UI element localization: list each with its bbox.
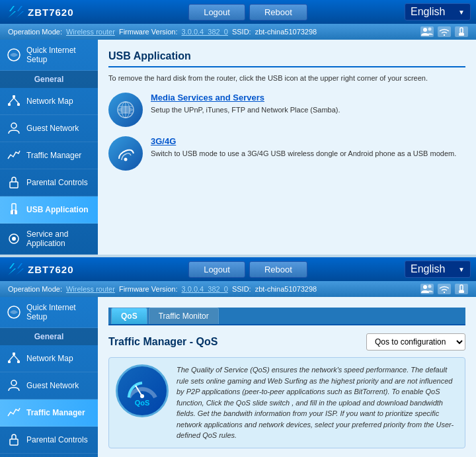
chevron-down-icon-bottom: ▼ [458, 266, 465, 273]
sidebar-item-network-map-bottom[interactable]: Network Map [0, 345, 98, 372]
qos-header-row: Traffic Manager - QoS Qos to configurati… [108, 333, 465, 351]
wifi-icon-bottom [438, 284, 451, 294]
3g4g-icon [108, 136, 143, 171]
qos-content: QoS Traffic Monitor Traffic Manager - Qo… [98, 297, 476, 457]
reboot-button-bottom[interactable]: Reboot [249, 261, 307, 278]
language-selector-top[interactable]: English ▼ [405, 3, 471, 21]
svg-text:QoS: QoS [135, 399, 150, 407]
firmware-value-top[interactable]: 3.0.0.4_382_0 [182, 28, 228, 36]
qos-config-select[interactable]: Qos to configuration [366, 333, 465, 351]
device-name-top: ZBT7620 [28, 7, 74, 18]
sidebar-item-parental-controls-bottom[interactable]: Parental Controls [0, 427, 98, 454]
qos-info-box: QoS The Quality of Service (QoS) ensures… [108, 357, 465, 448]
usb-app-icon [7, 202, 21, 217]
sidebar-section-general-top: General [0, 71, 98, 88]
fw-value-bottom[interactable]: 3.0.0.4_382_0 [182, 285, 228, 293]
sidebar-item-traffic-manager-bottom[interactable]: Traffic Manager [0, 399, 98, 427]
users-icon-bottom [420, 284, 434, 294]
status-icons-bottom [420, 284, 468, 294]
sidebar-item-network-map-top[interactable]: Network Map [0, 88, 98, 115]
sidebar-item-usb-app-top[interactable]: USB Application [0, 196, 98, 224]
sidebar-item-traffic-manager-top[interactable]: Traffic Manager [0, 142, 98, 169]
guest-network-icon [7, 121, 21, 136]
language-value-bottom: English [411, 263, 445, 275]
usb-icon-bottom [455, 284, 468, 294]
tab-qos[interactable]: QoS [111, 308, 147, 324]
parental-controls-icon [7, 175, 21, 190]
3g4g-text: 3G/4G Switch to USB mode to use a 3G/4G … [151, 136, 456, 159]
sidebar-item-quick-internet-bottom[interactable]: Quick Internet Setup [0, 297, 98, 328]
header-buttons-bottom: Logout Reboot [91, 261, 405, 278]
ssid-value-top: zbt-china51073298 [255, 28, 317, 36]
svg-rect-8 [8, 103, 11, 106]
sidebar-item-service-app-top[interactable]: Service and Application [0, 224, 98, 255]
svg-rect-9 [17, 103, 20, 106]
traffic-manager-icon [7, 148, 21, 163]
3g4g-link[interactable]: 3G/4G [151, 136, 456, 146]
svg-rect-28 [459, 290, 464, 293]
network-map-icon [7, 94, 21, 108]
qos-info-text: The Quality of Service (QoS) ensures the… [177, 364, 458, 441]
service-app-icon [7, 231, 21, 246]
bottom-panel: ZBT7620 Logout Reboot English ▼ Operatio… [0, 257, 476, 457]
network-map-icon-b [7, 351, 21, 366]
media-services-text: Media Services and Servers Setup the UPn… [151, 93, 340, 115]
svg-marker-0 [8, 6, 16, 18]
op-mode-label-bottom: Operation Mode: [8, 285, 62, 293]
fw-label-bottom: Firmware Version: [119, 285, 178, 293]
zbt-logo-icon-bottom [5, 262, 24, 276]
header-buttons: Logout Reboot [91, 4, 405, 21]
sidebar-item-quick-internet-top[interactable]: Quick Internet Setup [0, 40, 98, 71]
qos-main: Traffic Manager - QoS Qos to configurati… [108, 325, 465, 457]
usb-app-desc: To remove the hard disk from the router,… [108, 74, 465, 82]
svg-rect-5 [459, 33, 464, 36]
svg-line-34 [14, 355, 19, 360]
logout-button-top[interactable]: Logout [188, 4, 245, 21]
reboot-button-top[interactable]: Reboot [249, 4, 307, 21]
ssid-value-bottom: zbt-china51073298 [255, 285, 317, 293]
ssid-label-top: SSID: [232, 28, 251, 36]
svg-rect-13 [10, 182, 18, 188]
logout-button-bottom[interactable]: Logout [188, 261, 245, 278]
svg-point-42 [140, 394, 144, 398]
operation-mode-value-top[interactable]: Wireless router [66, 28, 115, 36]
svg-rect-36 [10, 439, 18, 445]
svg-line-10 [9, 98, 14, 103]
svg-marker-23 [8, 263, 16, 275]
3g4g-desc: Switch to USB mode to use a 3G/4G USB wi… [151, 149, 456, 159]
svg-line-11 [14, 98, 19, 103]
top-main-layout: Quick Internet Setup General Network Map [0, 40, 476, 255]
svg-rect-7 [13, 95, 15, 98]
top-header: ZBT7620 Logout Reboot English ▼ [0, 0, 476, 24]
device-name-bottom: ZBT7620 [28, 264, 74, 275]
media-services-desc: Setup the UPnP, iTunes, FTP and Network … [151, 105, 340, 115]
usb-icon [455, 26, 468, 37]
quick-internet-icon-b [7, 305, 21, 319]
sidebar-item-guest-network-top[interactable]: Guest Network [0, 115, 98, 142]
sidebar-item-guest-network-bottom[interactable]: Guest Network [0, 372, 98, 399]
sidebar-item-usb-app-bottom[interactable]: USB Application [0, 454, 98, 457]
ssid-label-bottom: SSID: [232, 285, 251, 293]
tab-bar: QoS Traffic Monitor [108, 308, 465, 325]
quick-internet-icon [7, 48, 21, 62]
qos-logo-icon: QoS [116, 364, 169, 417]
logo-area: ZBT7620 [5, 5, 91, 19]
status-bar-bottom: Operation Mode: Wireless router Firmware… [0, 281, 476, 297]
svg-point-26 [428, 285, 432, 288]
svg-point-22 [124, 158, 128, 161]
usb-items-list: Media Services and Servers Setup the UPn… [108, 93, 465, 171]
sidebar-item-label-quick-internet-top: Quick Internet Setup [26, 46, 91, 64]
language-selector-bottom[interactable]: English ▼ [405, 261, 471, 278]
svg-rect-30 [13, 353, 15, 355]
tab-traffic-monitor[interactable]: Traffic Monitor [149, 308, 219, 324]
svg-point-18 [12, 237, 16, 241]
svg-point-35 [11, 380, 17, 386]
op-mode-value-bottom[interactable]: Wireless router [66, 285, 115, 293]
zbt-logo-icon [5, 5, 24, 19]
svg-rect-14 [12, 204, 16, 210]
3g4g-item: 3G/4G Switch to USB mode to use a 3G/4G … [108, 136, 465, 171]
sidebar-item-parental-controls-top[interactable]: Parental Controls [0, 169, 98, 196]
media-services-link[interactable]: Media Services and Servers [151, 93, 340, 103]
status-icons [420, 26, 468, 37]
svg-marker-24 [16, 263, 24, 275]
